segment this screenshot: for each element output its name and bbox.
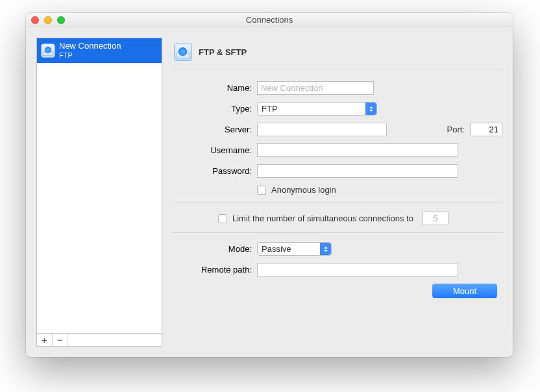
limit-connections-label: Limit the number of simultaneous connect… [232,214,413,223]
sidebar-footer: + − [36,333,162,347]
port-field[interactable] [470,123,502,136]
chevron-up-down-icon [365,103,376,115]
traffic-lights [31,16,65,24]
minimize-icon[interactable] [44,16,52,24]
remove-connection-button[interactable]: − [53,334,68,346]
server-label: Server: [173,125,257,134]
username-label: Username: [173,145,257,155]
section-title: FTP & SFTP [199,47,247,57]
titlebar: Connections [26,13,513,27]
mode-label: Mode: [173,244,257,254]
connection-subtitle: FTP [59,51,121,60]
password-field[interactable] [257,164,458,178]
window-title: Connections [246,15,293,25]
name-label: Name: [173,83,257,93]
anonymous-login-label: Anonymous login [271,185,336,195]
port-label: Port: [447,125,465,134]
server-field[interactable] [257,123,387,136]
limit-connections-field[interactable] [423,212,448,225]
limit-connections-checkbox[interactable] [218,214,227,223]
divider [173,202,502,202]
window-body: New Connection FTP + − FTP & SFTP Name: [26,27,513,357]
remote-path-field[interactable] [257,263,458,276]
type-value: FTP [258,104,282,114]
close-icon[interactable] [31,16,39,24]
type-select[interactable]: FTP [257,102,377,116]
connection-list[interactable]: New Connection FTP [36,38,162,333]
connection-title: New Connection [59,41,121,51]
drive-icon [174,43,192,61]
mode-select[interactable]: Passive [257,242,332,256]
name-field[interactable] [257,81,374,95]
mount-button[interactable]: Mount [432,284,497,298]
username-field[interactable] [257,143,458,157]
section-header: FTP & SFTP [173,40,502,69]
add-connection-button[interactable]: + [37,334,53,346]
mode-value: Passive [258,244,295,254]
anonymous-login-checkbox[interactable] [257,186,266,195]
connection-form: Name: Type: FTP [173,69,502,306]
password-label: Password: [173,166,257,176]
type-label: Type: [173,104,257,114]
chevron-up-down-icon [320,243,331,255]
window: Connections New Connection FTP + − [26,13,513,357]
sidebar: New Connection FTP + − [36,38,162,347]
remote-path-label: Remote path: [173,265,257,275]
divider [173,232,502,233]
drive-icon [41,43,55,58]
connection-list-item-texts: New Connection FTP [59,41,121,60]
detail-pane: FTP & SFTP Name: Type: FTP [173,38,502,347]
connection-list-item[interactable]: New Connection FTP [37,38,162,63]
zoom-icon[interactable] [57,16,65,24]
